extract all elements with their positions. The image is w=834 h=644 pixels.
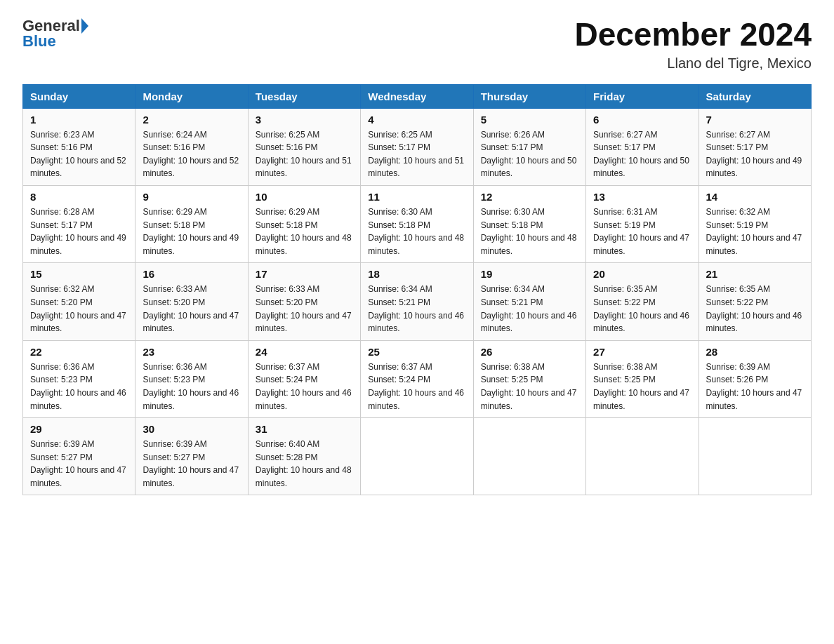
day-number: 4: [368, 114, 465, 126]
day-number: 24: [256, 346, 353, 358]
column-header-tuesday: Tuesday: [248, 84, 360, 108]
day-info: Sunrise: 6:33 AMSunset: 5:20 PMDaylight:…: [143, 283, 240, 335]
day-number: 18: [368, 268, 465, 280]
day-info: Sunrise: 6:39 AMSunset: 5:26 PMDaylight:…: [706, 361, 804, 412]
day-number: 15: [30, 268, 128, 280]
day-cell: 20Sunrise: 6:35 AMSunset: 5:22 PMDayligh…: [586, 263, 699, 340]
day-cell: 17Sunrise: 6:33 AMSunset: 5:20 PMDayligh…: [248, 263, 360, 340]
day-cell: 24Sunrise: 6:37 AMSunset: 5:24 PMDayligh…: [248, 340, 360, 417]
day-number: 27: [593, 346, 691, 358]
day-number: 11: [368, 191, 465, 203]
day-info: Sunrise: 6:26 AMSunset: 5:17 PMDaylight:…: [481, 128, 578, 180]
day-cell: [361, 418, 473, 495]
logo-arrow-icon: [81, 18, 88, 34]
day-number: 9: [143, 191, 240, 203]
day-cell: 10Sunrise: 6:29 AMSunset: 5:18 PMDayligh…: [248, 185, 360, 262]
day-cell: 25Sunrise: 6:37 AMSunset: 5:24 PMDayligh…: [361, 340, 473, 417]
day-number: 19: [481, 268, 578, 280]
day-info: Sunrise: 6:36 AMSunset: 5:23 PMDaylight:…: [143, 361, 240, 412]
day-info: Sunrise: 6:28 AMSunset: 5:17 PMDaylight:…: [30, 206, 128, 257]
column-header-monday: Monday: [135, 84, 248, 108]
day-info: Sunrise: 6:32 AMSunset: 5:20 PMDaylight:…: [30, 283, 128, 335]
day-number: 13: [593, 191, 691, 203]
day-cell: 28Sunrise: 6:39 AMSunset: 5:26 PMDayligh…: [699, 340, 811, 417]
day-number: 12: [481, 191, 578, 203]
day-cell: 18Sunrise: 6:34 AMSunset: 5:21 PMDayligh…: [361, 263, 473, 340]
day-info: Sunrise: 6:31 AMSunset: 5:19 PMDaylight:…: [593, 206, 691, 257]
day-cell: 1Sunrise: 6:23 AMSunset: 5:16 PMDaylight…: [23, 108, 135, 185]
day-number: 8: [30, 191, 128, 203]
day-cell: 23Sunrise: 6:36 AMSunset: 5:23 PMDayligh…: [135, 340, 248, 417]
day-cell: 14Sunrise: 6:32 AMSunset: 5:19 PMDayligh…: [699, 185, 811, 262]
day-cell: 2Sunrise: 6:24 AMSunset: 5:16 PMDaylight…: [135, 108, 248, 185]
day-cell: 12Sunrise: 6:30 AMSunset: 5:18 PMDayligh…: [473, 185, 585, 262]
column-header-wednesday: Wednesday: [361, 84, 473, 108]
day-cell: 30Sunrise: 6:39 AMSunset: 5:27 PMDayligh…: [135, 418, 248, 495]
day-cell: 4Sunrise: 6:25 AMSunset: 5:17 PMDaylight…: [361, 108, 473, 185]
day-cell: 16Sunrise: 6:33 AMSunset: 5:20 PMDayligh…: [135, 263, 248, 340]
day-number: 23: [143, 346, 240, 358]
day-number: 17: [256, 268, 353, 280]
day-number: 5: [481, 114, 578, 126]
day-cell: 11Sunrise: 6:30 AMSunset: 5:18 PMDayligh…: [361, 185, 473, 262]
day-number: 3: [256, 114, 353, 126]
day-info: Sunrise: 6:37 AMSunset: 5:24 PMDaylight:…: [368, 361, 465, 412]
day-info: Sunrise: 6:38 AMSunset: 5:25 PMDaylight:…: [481, 361, 578, 412]
day-info: Sunrise: 6:40 AMSunset: 5:28 PMDaylight:…: [256, 438, 353, 490]
calendar-header-row: SundayMondayTuesdayWednesdayThursdayFrid…: [23, 84, 812, 108]
logo-blue-text: Blue: [22, 32, 56, 50]
day-number: 16: [143, 268, 240, 280]
page-title: December 2024: [574, 17, 812, 53]
day-number: 1: [30, 114, 128, 126]
day-cell: 15Sunrise: 6:32 AMSunset: 5:20 PMDayligh…: [23, 263, 135, 340]
day-info: Sunrise: 6:27 AMSunset: 5:17 PMDaylight:…: [593, 128, 691, 180]
day-info: Sunrise: 6:37 AMSunset: 5:24 PMDaylight:…: [256, 361, 353, 412]
page-header: General Blue December 2024 Llano del Tig…: [22, 17, 812, 72]
day-cell: [586, 418, 699, 495]
day-number: 30: [143, 423, 240, 435]
day-info: Sunrise: 6:35 AMSunset: 5:22 PMDaylight:…: [593, 283, 691, 335]
day-number: 26: [481, 346, 578, 358]
day-number: 28: [706, 346, 804, 358]
day-number: 14: [706, 191, 804, 203]
column-header-sunday: Sunday: [23, 84, 135, 108]
day-info: Sunrise: 6:30 AMSunset: 5:18 PMDaylight:…: [481, 206, 578, 257]
day-cell: 5Sunrise: 6:26 AMSunset: 5:17 PMDaylight…: [473, 108, 585, 185]
day-info: Sunrise: 6:39 AMSunset: 5:27 PMDaylight:…: [143, 438, 240, 490]
day-info: Sunrise: 6:34 AMSunset: 5:21 PMDaylight:…: [481, 283, 578, 335]
day-info: Sunrise: 6:23 AMSunset: 5:16 PMDaylight:…: [30, 128, 128, 180]
day-info: Sunrise: 6:24 AMSunset: 5:16 PMDaylight:…: [143, 128, 240, 180]
day-number: 22: [30, 346, 128, 358]
week-row-2: 8Sunrise: 6:28 AMSunset: 5:17 PMDaylight…: [23, 185, 812, 262]
day-cell: 19Sunrise: 6:34 AMSunset: 5:21 PMDayligh…: [473, 263, 585, 340]
page-subtitle: Llano del Tigre, Mexico: [574, 55, 812, 72]
day-cell: 21Sunrise: 6:35 AMSunset: 5:22 PMDayligh…: [699, 263, 811, 340]
day-info: Sunrise: 6:25 AMSunset: 5:16 PMDaylight:…: [256, 128, 353, 180]
day-cell: 26Sunrise: 6:38 AMSunset: 5:25 PMDayligh…: [473, 340, 585, 417]
day-info: Sunrise: 6:30 AMSunset: 5:18 PMDaylight:…: [368, 206, 465, 257]
column-header-friday: Friday: [586, 84, 699, 108]
day-info: Sunrise: 6:27 AMSunset: 5:17 PMDaylight:…: [706, 128, 804, 180]
week-row-3: 15Sunrise: 6:32 AMSunset: 5:20 PMDayligh…: [23, 263, 812, 340]
day-info: Sunrise: 6:38 AMSunset: 5:25 PMDaylight:…: [593, 361, 691, 412]
title-block: December 2024 Llano del Tigre, Mexico: [574, 17, 812, 72]
day-number: 21: [706, 268, 804, 280]
day-cell: 31Sunrise: 6:40 AMSunset: 5:28 PMDayligh…: [248, 418, 360, 495]
day-info: Sunrise: 6:33 AMSunset: 5:20 PMDaylight:…: [256, 283, 353, 335]
day-number: 2: [143, 114, 240, 126]
day-number: 6: [593, 114, 691, 126]
day-info: Sunrise: 6:34 AMSunset: 5:21 PMDaylight:…: [368, 283, 465, 335]
day-cell: 27Sunrise: 6:38 AMSunset: 5:25 PMDayligh…: [586, 340, 699, 417]
day-info: Sunrise: 6:29 AMSunset: 5:18 PMDaylight:…: [143, 206, 240, 257]
day-number: 31: [256, 423, 353, 435]
column-header-saturday: Saturday: [699, 84, 811, 108]
day-cell: 7Sunrise: 6:27 AMSunset: 5:17 PMDaylight…: [699, 108, 811, 185]
day-cell: 9Sunrise: 6:29 AMSunset: 5:18 PMDaylight…: [135, 185, 248, 262]
day-cell: 13Sunrise: 6:31 AMSunset: 5:19 PMDayligh…: [586, 185, 699, 262]
day-cell: 22Sunrise: 6:36 AMSunset: 5:23 PMDayligh…: [23, 340, 135, 417]
day-info: Sunrise: 6:35 AMSunset: 5:22 PMDaylight:…: [706, 283, 804, 335]
day-number: 7: [706, 114, 804, 126]
day-number: 20: [593, 268, 691, 280]
day-info: Sunrise: 6:29 AMSunset: 5:18 PMDaylight:…: [256, 206, 353, 257]
day-cell: 3Sunrise: 6:25 AMSunset: 5:16 PMDaylight…: [248, 108, 360, 185]
